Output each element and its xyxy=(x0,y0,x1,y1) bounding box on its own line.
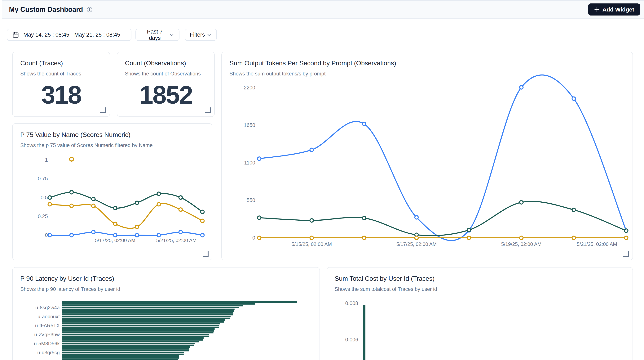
svg-text:1100: 1100 xyxy=(244,160,255,166)
info-icon-glyph xyxy=(86,6,93,13)
svg-text:1650: 1650 xyxy=(244,122,255,128)
svg-text:5/21/25, 02:00 AM: 5/21/25, 02:00 AM xyxy=(577,241,617,247)
svg-text:5/17/25, 02:00 AM: 5/17/25, 02:00 AM xyxy=(95,237,135,243)
add-widget-button[interactable]: Add Widget xyxy=(588,4,640,16)
p75-scores-line-chart[interactable]: 00.250.50.7515/17/25, 02:00 AM5/21/25, 0… xyxy=(13,124,212,260)
chevron-down-icon xyxy=(169,32,174,38)
widget-tokens-per-second: Sum Output Tokens Per Second by Prompt (… xyxy=(221,52,633,260)
dashboard-page: My Custom Dashboard Add Widget May 14, 2… xyxy=(0,0,644,360)
svg-text:0: 0 xyxy=(252,235,255,241)
date-range-picker[interactable]: May 14, 25 : 08:45 - May 21, 25 : 08:45 xyxy=(7,29,132,41)
svg-text:5/15/25, 02:00 AM: 5/15/25, 02:00 AM xyxy=(292,241,332,247)
svg-text:0.5: 0.5 xyxy=(40,195,48,200)
plus-icon xyxy=(594,7,600,13)
content-left-border xyxy=(2,0,2,360)
p90-latency-bar-chart[interactable]: u-8sq2w4au-aobnuxfu-tFAR5TXu-zVqP3hwu-5M… xyxy=(13,267,320,360)
svg-text:u-5M8D56k: u-5M8D56k xyxy=(34,341,60,346)
total-cost-bar-chart[interactable]: 0.0080.006 xyxy=(327,267,632,360)
resize-handle[interactable] xyxy=(100,107,106,113)
filters-dropdown[interactable]: Filters xyxy=(185,29,217,41)
svg-text:0: 0 xyxy=(45,232,48,238)
svg-text:5/19/25, 02:00 AM: 5/19/25, 02:00 AM xyxy=(501,241,542,247)
svg-text:2200: 2200 xyxy=(244,85,255,91)
add-widget-label: Add Widget xyxy=(602,6,634,13)
widget-subtitle: Shows the count of Traces xyxy=(20,71,81,77)
svg-text:u-8sq2w4a: u-8sq2w4a xyxy=(36,305,60,310)
widget-title: Count (Observations) xyxy=(125,59,186,67)
svg-text:0.25: 0.25 xyxy=(38,213,48,219)
svg-text:u-zVqP3hw: u-zVqP3hw xyxy=(34,332,60,337)
svg-text:u-tFAR5TX: u-tFAR5TX xyxy=(35,323,60,328)
widget-p75-scores: P 75 Value by Name (Scores Numeric) Show… xyxy=(12,123,212,260)
chevron-down-icon xyxy=(206,32,212,38)
widget-count-observations: Count (Observations) Shows the count of … xyxy=(117,52,215,117)
filters-toolbar: May 14, 25 : 08:45 - May 21, 25 : 08:45 … xyxy=(0,29,644,41)
tokens-per-second-line-chart[interactable]: 05501100165022005/15/25, 02:00 AM5/17/25… xyxy=(222,52,632,260)
resize-handle[interactable] xyxy=(205,107,211,113)
svg-text:0.008: 0.008 xyxy=(345,300,358,306)
resize-handle[interactable] xyxy=(202,251,208,257)
widget-p90-latency: P 90 Latency by User Id (Traces) Shows t… xyxy=(12,267,320,360)
svg-text:0.006: 0.006 xyxy=(345,337,358,342)
widget-count-traces: Count (Traces) Shows the count of Traces… xyxy=(12,52,110,117)
svg-text:u-aobnuxf: u-aobnuxf xyxy=(38,314,60,319)
svg-text:u-8fVq9T3: u-8fVq9T3 xyxy=(36,359,60,360)
svg-text:1: 1 xyxy=(45,157,48,163)
page-title: My Custom Dashboard xyxy=(9,6,83,14)
svg-text:0.75: 0.75 xyxy=(38,176,48,182)
widget-subtitle: Shows the count of Observations xyxy=(125,71,201,77)
date-preset-label: Past 7 days xyxy=(140,29,169,41)
date-preset-dropdown[interactable]: Past 7 days xyxy=(136,29,180,41)
count-observations-value: 1852 xyxy=(117,80,214,109)
count-traces-value: 318 xyxy=(13,80,110,109)
resize-handle[interactable] xyxy=(623,251,629,257)
svg-text:5/17/25, 02:00 AM: 5/17/25, 02:00 AM xyxy=(396,241,436,247)
widget-total-cost: Sum Total Cost by User Id (Traces) Shows… xyxy=(326,267,633,360)
svg-text:u-d3qr5cg: u-d3qr5cg xyxy=(37,350,60,355)
widget-title: Count (Traces) xyxy=(20,59,63,67)
calendar-icon xyxy=(12,32,19,38)
date-range-label: May 14, 25 : 08:45 - May 21, 25 : 08:45 xyxy=(23,32,120,38)
svg-text:550: 550 xyxy=(246,197,255,203)
info-icon[interactable] xyxy=(86,6,93,13)
page-header: My Custom Dashboard Add Widget xyxy=(2,0,644,19)
filters-label: Filters xyxy=(190,32,205,38)
svg-text:5/21/25, 02:00 AM: 5/21/25, 02:00 AM xyxy=(156,237,196,243)
